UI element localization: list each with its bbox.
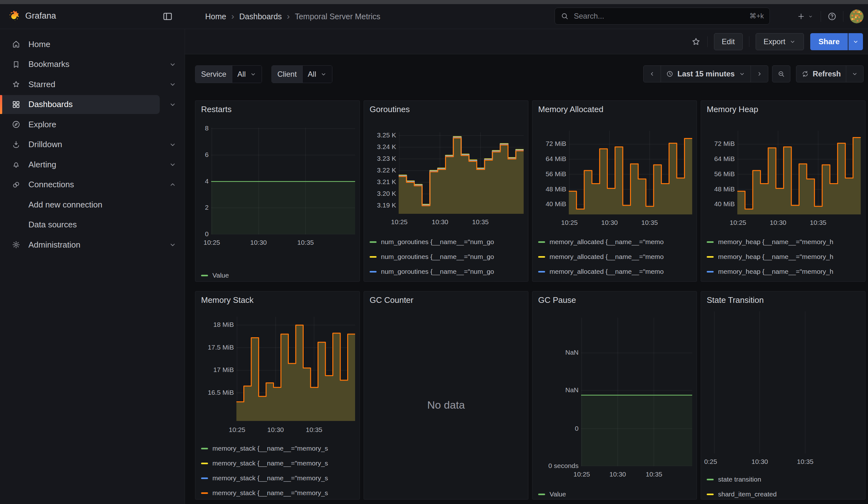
search-box[interactable]: ⌘+k [555, 8, 770, 25]
share-button[interactable]: Share [810, 33, 848, 50]
chart-state-transition[interactable] [704, 311, 861, 453]
breadcrumb-item[interactable]: Dashboards [239, 12, 282, 21]
edit-button[interactable]: Edit [714, 33, 743, 50]
y-axis-tick: 6 [195, 151, 209, 158]
time-range-picker[interactable]: Last 15 minutes [661, 65, 751, 82]
sidebar-item-dashboards[interactable]: Dashboards [0, 95, 160, 114]
avatar[interactable] [850, 10, 864, 23]
legend-item[interactable]: memory_stack {__name__="memory_s [201, 458, 357, 469]
legend-item[interactable]: memory_allocated {__name__="memo [538, 237, 694, 247]
sidebar-item-drilldown[interactable]: Drilldown [0, 135, 160, 154]
legend-item[interactable]: memory_heap {__name__="memory_h [707, 266, 862, 277]
chevron-up-icon[interactable] [168, 180, 177, 189]
panel-title[interactable]: Memory Allocated [538, 104, 603, 114]
sidebar-item-bookmarks[interactable]: Bookmarks [0, 55, 160, 74]
panel-title[interactable]: Memory Heap [707, 104, 758, 114]
y-axis-tick: 17 MiB [195, 366, 234, 373]
legend-label: num_goroutines {__name__="num_go [381, 281, 494, 282]
time-forward-button[interactable] [751, 65, 768, 82]
chevron-down-icon [852, 38, 859, 45]
y-axis-tick: 3.20 K [364, 190, 396, 197]
search-input[interactable] [573, 11, 745, 21]
sidebar-item-add-new-connection[interactable]: Add new connection [0, 195, 160, 214]
legend-color-marker [707, 256, 714, 258]
add-button[interactable] [797, 12, 814, 21]
chevron-down-icon[interactable] [168, 60, 177, 69]
legend-item[interactable]: memory_stack {__name__="memory_s [201, 473, 357, 483]
share-dropdown-button[interactable] [848, 33, 863, 50]
search-icon [560, 12, 569, 20]
panel-title[interactable]: Restarts [201, 104, 232, 114]
legend-item[interactable]: shard_item_created [707, 489, 862, 500]
legend-item[interactable]: state transition [707, 474, 862, 485]
sidebar-item-administration[interactable]: Administration [0, 235, 160, 254]
sidebar-item-explore[interactable]: Explore [0, 115, 160, 134]
legend-item[interactable]: num_goroutines {__name__="num_go [370, 251, 526, 262]
legend-item[interactable]: memory_heap {__name__="memory_h [707, 237, 862, 247]
grafana-logo-icon [7, 10, 21, 23]
breadcrumb-item[interactable]: Home [205, 12, 226, 21]
x-axis-tick: 10:35 [472, 218, 489, 226]
share-button-group: Share [810, 33, 863, 50]
help-button[interactable] [827, 12, 837, 21]
legend-item[interactable]: memory_allocated {__name__="memo [538, 266, 694, 277]
chevron-down-icon[interactable] [168, 140, 177, 150]
favorite-star-button[interactable] [691, 37, 701, 47]
star-outline-icon [691, 37, 701, 47]
legend-color-marker [201, 448, 208, 449]
zoom-out-button[interactable] [772, 65, 790, 82]
y-axis-tick: 16.5 MiB [195, 389, 234, 396]
legend-color-marker [201, 492, 208, 494]
sidebar-item-alerting[interactable]: Alerting [0, 155, 160, 174]
chart-memory-stack[interactable] [236, 317, 355, 421]
legend-item[interactable]: num_goroutines {__name__="num_go [370, 237, 526, 247]
chevron-down-icon[interactable] [168, 100, 177, 109]
chart-goroutines[interactable] [399, 132, 524, 214]
y-axis-tick: 56 MiB [701, 170, 735, 178]
legend-item[interactable]: num_goroutines {__name__="num_go [370, 266, 526, 277]
x-axis-tick: 10:25 [204, 239, 220, 246]
legend-item[interactable]: Value [201, 270, 357, 281]
sidebar-item-starred[interactable]: Starred [0, 75, 160, 94]
sidebar-item-data-sources[interactable]: Data sources [0, 215, 160, 234]
panel-title[interactable]: Memory Stack [201, 295, 254, 305]
panel-title[interactable]: Goroutines [370, 104, 410, 114]
legend-item[interactable]: memory_heap {__name__="memory_h [707, 251, 862, 262]
chevron-down-icon[interactable] [168, 240, 177, 249]
legend-item[interactable]: memory_allocated {__name__="memo [538, 279, 694, 282]
sidebar-toggle-icon[interactable] [162, 11, 173, 22]
refresh-button[interactable]: Refresh [796, 65, 846, 82]
legend-item[interactable]: memory_heap {__name__="memory_h [707, 279, 862, 282]
filter-value-dropdown[interactable]: All [232, 66, 262, 83]
legend-item[interactable]: Value [538, 489, 694, 500]
legend-item[interactable]: memory_stack {__name__="memory_s [201, 487, 357, 498]
filter-service: ServiceAll [195, 65, 262, 83]
legend-item[interactable]: memory_stack {__name__="memory_s [201, 443, 357, 454]
chart-restarts[interactable] [211, 127, 355, 234]
refresh-interval-dropdown[interactable] [846, 65, 864, 82]
x-axis-tick: 10:35 [797, 458, 814, 465]
filter-value-dropdown[interactable]: All [302, 66, 332, 83]
chevron-down-icon[interactable] [168, 160, 177, 169]
chart-memory-heap[interactable] [737, 131, 861, 214]
legend-item[interactable]: memory_allocated {__name__="memo [538, 251, 694, 262]
legend-label: Value [213, 271, 229, 279]
panel-title[interactable]: State Transition [707, 295, 764, 305]
sidebar-item-home[interactable]: Home [0, 35, 160, 54]
legend-item[interactable]: num_goroutines {__name__="num_go [370, 279, 526, 282]
breadcrumb-item: Temporal Server Metrics [295, 12, 380, 21]
chart-gc-pause[interactable] [581, 318, 692, 466]
brand-name: Grafana [25, 11, 56, 21]
panel-state-transition: State Transition0:2510:3010:35state tran… [701, 291, 866, 500]
legend-color-marker [707, 271, 714, 272]
time-back-button[interactable] [643, 65, 661, 82]
panel-title[interactable]: GC Pause [538, 295, 576, 305]
export-button[interactable]: Export [756, 33, 804, 50]
sidebar-item-connections[interactable]: Connections [0, 175, 160, 194]
y-axis-tick: 8 [195, 124, 209, 132]
y-axis-tick: 3.23 K [364, 155, 396, 162]
chart-memory-allocated[interactable] [569, 131, 692, 214]
chevron-down-icon[interactable] [168, 80, 177, 89]
x-axis-tick: 0:25 [704, 458, 717, 465]
panel-memory-heap: Memory Heap72 MiB64 MiB56 MiB48 MiB40 Mi… [701, 101, 866, 282]
